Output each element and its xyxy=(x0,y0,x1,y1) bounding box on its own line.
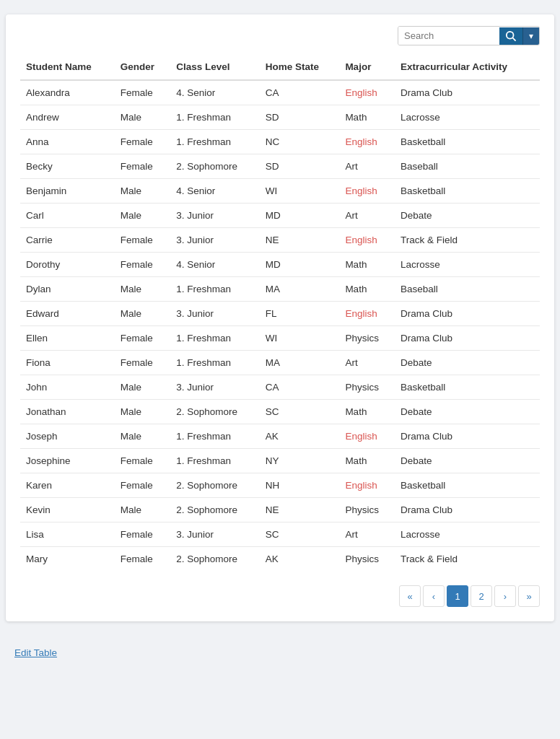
cell-gender: Male xyxy=(115,204,171,228)
cell-class-level: 3. Junior xyxy=(170,204,260,228)
cell-student-name: Ellen xyxy=(20,326,115,351)
cell-home-state: WI xyxy=(260,326,340,351)
search-group: ▾ xyxy=(398,26,540,45)
cell-home-state: NE xyxy=(260,228,340,253)
cell-gender: Female xyxy=(115,154,171,179)
pagination-prev[interactable]: ‹ xyxy=(423,585,445,607)
cell-student-name: Josephine xyxy=(20,449,115,473)
table-row: EllenFemale1. FreshmanWIPhysicsDrama Clu… xyxy=(20,326,540,351)
cell-home-state: MA xyxy=(260,351,340,375)
pagination-first[interactable]: « xyxy=(399,585,421,607)
pagination: « ‹ 1 2 › » xyxy=(20,585,540,607)
cell-student-name: Joseph xyxy=(20,424,115,449)
cell-activity: Lacrosse xyxy=(395,105,540,130)
cell-home-state: NY xyxy=(260,449,340,473)
table-row: BenjaminMale4. SeniorWIEnglishBasketball xyxy=(20,179,540,204)
pagination-last[interactable]: » xyxy=(518,585,540,607)
col-gender: Gender xyxy=(115,54,171,80)
cell-major: Physics xyxy=(339,547,395,572)
cell-home-state: SC xyxy=(260,400,340,424)
cell-student-name: Dorothy xyxy=(20,253,115,277)
cell-activity: Baseball xyxy=(395,277,540,302)
cell-gender: Female xyxy=(115,326,171,351)
cell-activity: Debate xyxy=(395,400,540,424)
cell-major: English xyxy=(339,228,395,253)
cell-home-state: MD xyxy=(260,204,340,228)
table-row: BeckyFemale2. SophomoreSDArtBaseball xyxy=(20,154,540,179)
table-row: JohnMale3. JuniorCAPhysicsBasketball xyxy=(20,375,540,400)
cell-major: Math xyxy=(339,105,395,130)
cell-major: English xyxy=(339,130,395,154)
cell-home-state: MD xyxy=(260,253,340,277)
table-row: KevinMale2. SophomoreNEPhysicsDrama Club xyxy=(20,498,540,522)
cell-student-name: Kevin xyxy=(20,498,115,522)
table-row: AndrewMale1. FreshmanSDMathLacrosse xyxy=(20,105,540,130)
table-body: AlexandraFemale4. SeniorCAEnglishDrama C… xyxy=(20,80,540,571)
cell-student-name: Alexandra xyxy=(20,80,115,105)
pagination-next[interactable]: › xyxy=(494,585,516,607)
cell-home-state: CA xyxy=(260,80,340,105)
col-home-state: Home State xyxy=(260,54,340,80)
cell-class-level: 2. Sophomore xyxy=(170,400,260,424)
col-student-name: Student Name xyxy=(20,54,115,80)
cell-activity: Drama Club xyxy=(395,498,540,522)
cell-student-name: Jonathan xyxy=(20,400,115,424)
cell-major: Art xyxy=(339,351,395,375)
cell-major: English xyxy=(339,80,395,105)
cell-class-level: 1. Freshman xyxy=(170,424,260,449)
cell-major: English xyxy=(339,302,395,326)
cell-class-level: 1. Freshman xyxy=(170,449,260,473)
search-input[interactable] xyxy=(398,27,499,45)
table-row: AnnaFemale1. FreshmanNCEnglishBasketball xyxy=(20,130,540,154)
cell-activity: Lacrosse xyxy=(395,522,540,547)
cell-student-name: Becky xyxy=(20,154,115,179)
cell-class-level: 3. Junior xyxy=(170,228,260,253)
col-major: Major xyxy=(339,54,395,80)
cell-activity: Debate xyxy=(395,204,540,228)
cell-class-level: 3. Junior xyxy=(170,375,260,400)
edit-table-link[interactable]: Edit Table xyxy=(14,647,57,658)
cell-class-level: 1. Freshman xyxy=(170,277,260,302)
cell-major: Art xyxy=(339,522,395,547)
col-activity: Extracurricular Activity xyxy=(395,54,540,80)
cell-gender: Male xyxy=(115,277,171,302)
table-row: AlexandraFemale4. SeniorCAEnglishDrama C… xyxy=(20,80,540,105)
col-class-level: Class Level xyxy=(170,54,260,80)
dropdown-button[interactable]: ▾ xyxy=(522,27,539,45)
cell-class-level: 4. Senior xyxy=(170,179,260,204)
cell-activity: Basketball xyxy=(395,473,540,498)
cell-major: Art xyxy=(339,154,395,179)
cell-major: English xyxy=(339,473,395,498)
cell-student-name: Karen xyxy=(20,473,115,498)
table-row: EdwardMale3. JuniorFLEnglishDrama Club xyxy=(20,302,540,326)
cell-home-state: CA xyxy=(260,375,340,400)
cell-gender: Male xyxy=(115,498,171,522)
table-row: DylanMale1. FreshmanMAMathBaseball xyxy=(20,277,540,302)
cell-major: Physics xyxy=(339,326,395,351)
search-button[interactable] xyxy=(499,27,522,45)
cell-home-state: SD xyxy=(260,105,340,130)
cell-gender: Female xyxy=(115,522,171,547)
cell-class-level: 1. Freshman xyxy=(170,351,260,375)
cell-class-level: 1. Freshman xyxy=(170,130,260,154)
cell-major: Art xyxy=(339,204,395,228)
cell-activity: Drama Club xyxy=(395,80,540,105)
cell-student-name: Edward xyxy=(20,302,115,326)
cell-gender: Female xyxy=(115,473,171,498)
dropdown-arrow-icon: ▾ xyxy=(529,31,533,41)
cell-student-name: Benjamin xyxy=(20,179,115,204)
cell-major: Physics xyxy=(339,375,395,400)
cell-home-state: FL xyxy=(260,302,340,326)
main-container: ▾ Student Name Gender Class Level Home S… xyxy=(6,14,554,621)
cell-home-state: SD xyxy=(260,154,340,179)
cell-student-name: Fiona xyxy=(20,351,115,375)
cell-home-state: NC xyxy=(260,130,340,154)
cell-activity: Baseball xyxy=(395,154,540,179)
cell-student-name: Mary xyxy=(20,547,115,572)
cell-gender: Male xyxy=(115,400,171,424)
cell-home-state: SC xyxy=(260,522,340,547)
pagination-page2[interactable]: 2 xyxy=(471,585,492,607)
pagination-page1[interactable]: 1 xyxy=(447,585,468,607)
table-row: JosephMale1. FreshmanAKEnglishDrama Club xyxy=(20,424,540,449)
table-row: JonathanMale2. SophomoreSCMathDebate xyxy=(20,400,540,424)
